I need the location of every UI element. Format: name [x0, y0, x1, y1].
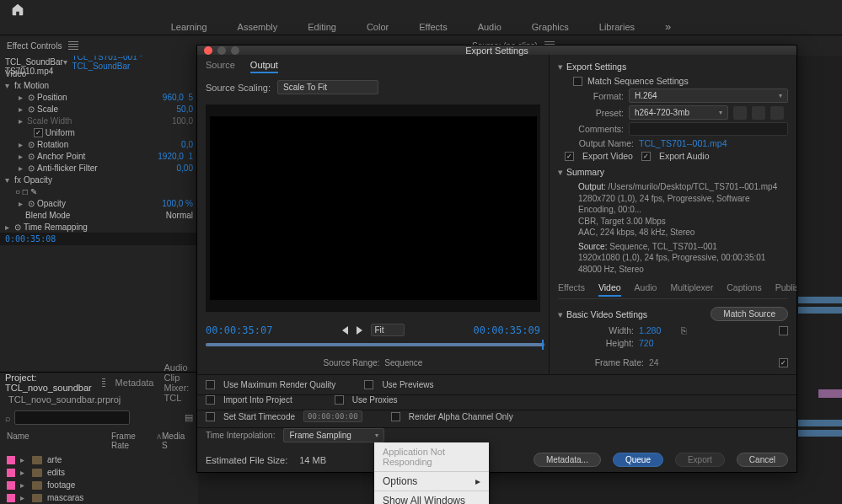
rect-mask-icon[interactable]: □ — [23, 187, 28, 196]
basic-video-header[interactable]: Basic Video Settings — [566, 309, 647, 319]
ellipse-mask-icon[interactable]: ○ — [15, 187, 20, 196]
scale-prop[interactable]: Scale — [37, 105, 177, 114]
framerate-match-checkbox[interactable] — [779, 358, 788, 367]
outputname-link[interactable]: TCL_TS701--001.mp4 — [639, 138, 727, 148]
position-prop[interactable]: Position — [37, 93, 163, 102]
source-range-select[interactable]: Sequence — [384, 358, 422, 367]
tab-audio[interactable]: Audio — [635, 282, 657, 297]
previews-checkbox[interactable] — [364, 380, 373, 389]
tab-publish[interactable]: Publish — [775, 282, 796, 297]
preset-select[interactable]: h264-720-3mb▾ — [629, 105, 728, 120]
panel-timecode[interactable]: 0:00:35:08 — [0, 233, 198, 245]
uniform-checkbox[interactable] — [34, 128, 43, 137]
bin-row[interactable]: ▸arte — [0, 453, 198, 466]
ws-color[interactable]: Color — [367, 22, 389, 32]
link-icon[interactable]: ⎘ — [681, 325, 687, 335]
tab-video[interactable]: Video — [598, 282, 621, 297]
zoom-select[interactable]: Fit — [371, 324, 405, 336]
acm-tab[interactable]: Audio Clip Mixer: TCL — [164, 362, 193, 403]
tab-captions[interactable]: Captions — [727, 282, 761, 297]
metadata-tab[interactable]: Metadata — [115, 378, 154, 388]
opacity-section[interactable]: Opacity — [24, 175, 193, 185]
col-framerate[interactable]: Frame Rate — [111, 432, 153, 450]
anchor-y[interactable]: 1 — [188, 152, 193, 161]
dialog-titlebar[interactable]: Export Settings — [197, 46, 796, 55]
comments-input[interactable] — [629, 122, 788, 136]
col-name[interactable]: Name — [7, 432, 111, 450]
panel-menu-icon[interactable] — [68, 41, 78, 50]
format-select[interactable]: H.264▾ — [629, 88, 788, 103]
width-match-checkbox[interactable] — [779, 326, 788, 335]
bin-row[interactable]: ▸edits — [0, 466, 198, 479]
play-icon[interactable] — [357, 326, 362, 335]
tc-in[interactable]: 00:00:35:07 — [206, 324, 272, 336]
cancel-button[interactable]: Cancel — [737, 453, 788, 467]
interp-select[interactable]: Frame Sampling▾ — [283, 428, 384, 442]
ws-editing[interactable]: Editing — [308, 22, 336, 32]
rotation-value[interactable]: 0,0 — [181, 140, 193, 149]
panel-menu-icon[interactable] — [102, 378, 105, 387]
starttc-value[interactable]: 00:00:00:00 — [303, 410, 362, 422]
remap-prop[interactable]: Time Remapping — [24, 223, 193, 232]
home-icon[interactable] — [10, 2, 25, 17]
ws-libraries[interactable]: Libraries — [599, 22, 635, 32]
tab-effects[interactable]: Effects — [558, 282, 585, 297]
bin-row[interactable]: ▸mascaras — [0, 491, 198, 504]
col-mediastart[interactable]: Media S — [162, 432, 191, 450]
height-value[interactable]: 720 — [639, 338, 654, 348]
zoom-icon[interactable] — [231, 46, 239, 55]
blend-prop[interactable]: Blend Mode — [25, 211, 166, 220]
scale-value[interactable]: 50,0 — [177, 105, 193, 114]
bin-row[interactable]: ▸footage — [0, 479, 198, 491]
anchor-prop[interactable]: Anchor Point — [37, 152, 158, 161]
ws-effects[interactable]: Effects — [419, 22, 447, 32]
width-value[interactable]: 1.280 — [639, 325, 661, 335]
range-slider[interactable] — [206, 343, 544, 346]
motion-prop[interactable]: Motion — [24, 81, 193, 90]
delete-preset-icon[interactable] — [770, 106, 784, 120]
position-y[interactable]: 5 — [188, 93, 193, 102]
list-view-icon[interactable]: ▤ — [185, 412, 193, 423]
framerate-value[interactable]: 24 — [649, 357, 659, 367]
export-settings-header[interactable]: Export Settings — [566, 62, 626, 72]
summary-header[interactable]: Summary — [566, 167, 604, 177]
match-sequence-checkbox[interactable] — [573, 77, 582, 86]
blend-value[interactable]: Normal — [166, 211, 193, 220]
export-button[interactable]: Export — [675, 453, 725, 467]
export-audio-checkbox[interactable] — [641, 152, 651, 161]
step-back-icon[interactable] — [342, 326, 348, 335]
alpha-checkbox[interactable] — [391, 412, 400, 421]
maxquality-checkbox[interactable] — [206, 380, 215, 389]
anchor-x[interactable]: 1920,0 — [158, 152, 184, 161]
ws-graphics[interactable]: Graphics — [532, 22, 569, 32]
effect-controls-tab[interactable]: Effect Controls — [7, 41, 62, 51]
close-icon[interactable] — [204, 46, 212, 55]
import-preset-icon[interactable] — [752, 106, 765, 120]
position-x[interactable]: 960,0 — [163, 93, 184, 102]
starttc-checkbox[interactable] — [206, 412, 215, 421]
ws-assembly[interactable]: Assembly — [238, 22, 278, 32]
project-tab[interactable]: Project: TCL_novo_soundbar — [5, 373, 92, 393]
opacity-value[interactable]: 100,0 % — [162, 199, 193, 208]
queue-button[interactable]: Queue — [613, 453, 663, 467]
proxies-checkbox[interactable] — [335, 395, 344, 405]
tab-output[interactable]: Output — [250, 60, 278, 73]
flicker-value[interactable]: 0,00 — [177, 164, 193, 173]
ws-overflow[interactable]: » — [665, 20, 671, 33]
metadata-button[interactable]: Metadata... — [534, 453, 601, 467]
menu-options[interactable]: Options▸ — [374, 474, 489, 489]
search-input[interactable] — [14, 410, 130, 425]
ws-audio[interactable]: Audio — [478, 22, 501, 32]
import-checkbox[interactable] — [206, 395, 215, 405]
opacity-prop[interactable]: Opacity — [37, 199, 162, 208]
playhead[interactable] — [542, 340, 544, 350]
ws-learning[interactable]: Learning — [171, 22, 207, 32]
tab-mux[interactable]: Multiplexer — [670, 282, 713, 297]
pen-mask-icon[interactable]: ✎ — [30, 187, 37, 196]
save-preset-icon[interactable] — [733, 106, 747, 120]
match-source-button[interactable]: Match Source — [711, 307, 788, 321]
rotation-prop[interactable]: Rotation — [37, 140, 181, 149]
menu-showall[interactable]: Show All Windows — [374, 493, 489, 504]
export-video-checkbox[interactable] — [565, 152, 574, 161]
source-scaling-select[interactable]: Scale To Fit — [277, 80, 378, 94]
